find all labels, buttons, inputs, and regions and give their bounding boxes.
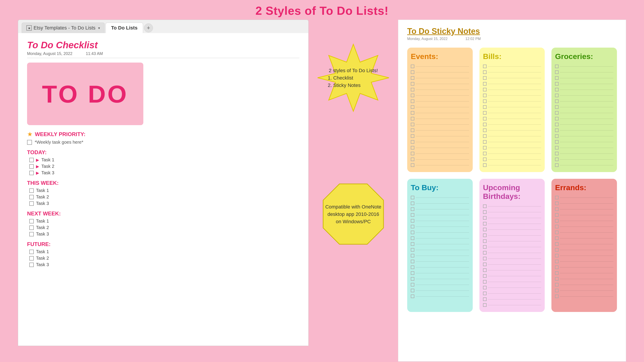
sticky-checkbox[interactable]	[483, 216, 486, 220]
sticky-checkbox[interactable]	[411, 225, 414, 228]
sticky-checkbox[interactable]	[555, 242, 558, 246]
sticky-checkbox[interactable]	[555, 260, 558, 263]
sticky-checkbox[interactable]	[483, 158, 486, 161]
sticky-checkbox[interactable]	[555, 111, 558, 115]
nextweek-task-1-checkbox[interactable]	[29, 219, 34, 223]
sticky-checkbox[interactable]	[483, 146, 486, 149]
sticky-checkbox[interactable]	[555, 289, 558, 292]
sticky-checkbox[interactable]	[555, 248, 558, 252]
sticky-checkbox[interactable]	[483, 64, 486, 68]
sticky-checkbox[interactable]	[555, 117, 558, 120]
tab-active[interactable]: To Do Lists	[106, 22, 143, 33]
sticky-checkbox[interactable]	[483, 234, 486, 237]
sticky-checkbox[interactable]	[483, 222, 486, 225]
sticky-checkbox[interactable]	[411, 152, 414, 155]
sticky-checkbox[interactable]	[411, 111, 414, 115]
sticky-checkbox[interactable]	[483, 117, 486, 120]
sticky-checkbox[interactable]	[555, 64, 558, 68]
sticky-checkbox[interactable]	[411, 123, 414, 126]
sticky-checkbox[interactable]	[411, 295, 414, 298]
sticky-checkbox[interactable]	[411, 64, 414, 68]
sticky-checkbox[interactable]	[483, 239, 486, 243]
sticky-checkbox[interactable]	[483, 251, 486, 255]
sticky-checkbox[interactable]	[411, 277, 414, 281]
new-tab-button[interactable]: +	[144, 23, 153, 32]
sticky-checkbox[interactable]	[483, 123, 486, 126]
sticky-checkbox[interactable]	[483, 204, 486, 208]
sticky-checkbox[interactable]	[555, 231, 558, 234]
sticky-checkbox[interactable]	[483, 245, 486, 249]
sticky-checkbox[interactable]	[411, 117, 414, 120]
sticky-checkbox[interactable]	[555, 225, 558, 228]
sticky-checkbox[interactable]	[411, 248, 414, 252]
sticky-checkbox[interactable]	[483, 128, 486, 132]
sticky-checkbox[interactable]	[411, 231, 414, 234]
sticky-checkbox[interactable]	[483, 105, 486, 109]
tab-inactive[interactable]: ▣ Etsy Templates - To Do Lists ▾	[22, 22, 105, 33]
sticky-checkbox[interactable]	[411, 128, 414, 132]
sticky-checkbox[interactable]	[483, 280, 486, 284]
sticky-checkbox[interactable]	[483, 140, 486, 144]
sticky-checkbox[interactable]	[411, 76, 414, 80]
sticky-checkbox[interactable]	[555, 99, 558, 103]
sticky-checkbox[interactable]	[411, 163, 414, 167]
future-task-3-checkbox[interactable]	[29, 263, 34, 267]
today-task-2-checkbox[interactable]	[29, 164, 34, 169]
sticky-checkbox[interactable]	[483, 88, 486, 91]
sticky-checkbox[interactable]	[411, 140, 414, 144]
sticky-checkbox[interactable]	[483, 163, 486, 167]
sticky-checkbox[interactable]	[555, 266, 558, 269]
sticky-checkbox[interactable]	[411, 94, 414, 97]
nextweek-task-3-checkbox[interactable]	[29, 232, 34, 236]
sticky-checkbox[interactable]	[555, 219, 558, 223]
sticky-checkbox[interactable]	[555, 254, 558, 257]
sticky-checkbox[interactable]	[411, 202, 414, 205]
sticky-checkbox[interactable]	[411, 196, 414, 199]
today-task-1-checkbox[interactable]	[29, 158, 34, 162]
sticky-checkbox[interactable]	[555, 202, 558, 205]
thisweek-task-1-checkbox[interactable]	[29, 188, 34, 193]
sticky-checkbox[interactable]	[411, 236, 414, 240]
sticky-checkbox[interactable]	[555, 236, 558, 240]
sticky-checkbox[interactable]	[411, 289, 414, 292]
sticky-checkbox[interactable]	[483, 274, 486, 278]
sticky-checkbox[interactable]	[411, 283, 414, 287]
sticky-checkbox[interactable]	[555, 152, 558, 155]
sticky-checkbox[interactable]	[411, 70, 414, 74]
sticky-checkbox[interactable]	[411, 242, 414, 246]
sticky-checkbox[interactable]	[411, 260, 414, 263]
sticky-checkbox[interactable]	[411, 82, 414, 86]
sticky-checkbox[interactable]	[483, 99, 486, 103]
sticky-checkbox[interactable]	[483, 134, 486, 138]
sticky-checkbox[interactable]	[483, 82, 486, 86]
sticky-checkbox[interactable]	[555, 105, 558, 109]
sticky-checkbox[interactable]	[555, 76, 558, 80]
sticky-checkbox[interactable]	[483, 292, 486, 295]
sticky-checkbox[interactable]	[411, 219, 414, 223]
sticky-checkbox[interactable]	[483, 111, 486, 115]
sticky-checkbox[interactable]	[555, 82, 558, 86]
sticky-checkbox[interactable]	[411, 271, 414, 275]
sticky-checkbox[interactable]	[555, 213, 558, 217]
sticky-checkbox[interactable]	[483, 263, 486, 266]
future-task-2-checkbox[interactable]	[29, 256, 34, 261]
sticky-checkbox[interactable]	[555, 207, 558, 211]
sticky-checkbox[interactable]	[483, 152, 486, 155]
weekly-checkbox[interactable]	[27, 140, 32, 145]
nextweek-task-2-checkbox[interactable]	[29, 225, 34, 230]
thisweek-task-2-checkbox[interactable]	[29, 195, 34, 199]
sticky-checkbox[interactable]	[555, 158, 558, 161]
thisweek-task-3-checkbox[interactable]	[29, 201, 34, 206]
sticky-checkbox[interactable]	[411, 105, 414, 109]
sticky-checkbox[interactable]	[555, 146, 558, 149]
sticky-checkbox[interactable]	[411, 254, 414, 257]
sticky-checkbox[interactable]	[555, 123, 558, 126]
sticky-checkbox[interactable]	[483, 70, 486, 74]
sticky-checkbox[interactable]	[411, 213, 414, 217]
sticky-checkbox[interactable]	[555, 94, 558, 97]
sticky-checkbox[interactable]	[555, 295, 558, 298]
sticky-checkbox[interactable]	[411, 158, 414, 161]
sticky-checkbox[interactable]	[555, 70, 558, 74]
sticky-checkbox[interactable]	[411, 88, 414, 91]
sticky-checkbox[interactable]	[483, 76, 486, 80]
